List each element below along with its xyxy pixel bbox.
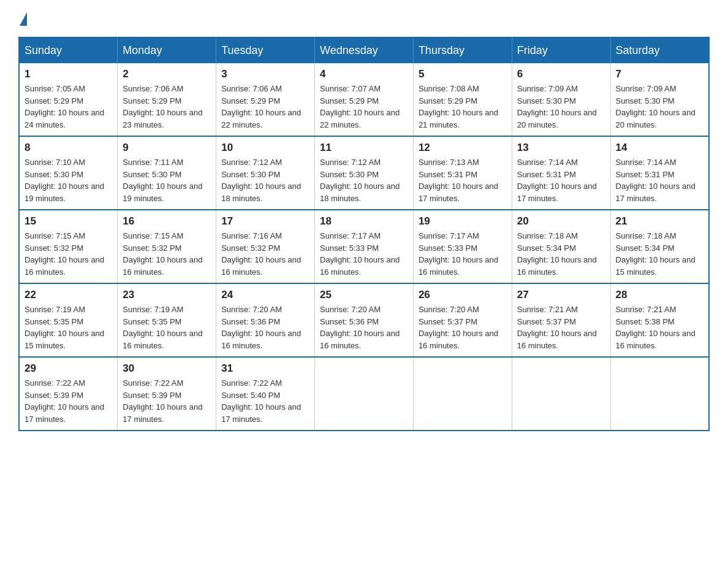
day-info: Sunrise: 7:13 AMSunset: 5:31 PMDaylight:… xyxy=(419,156,507,204)
day-info: Sunrise: 7:08 AMSunset: 5:29 PMDaylight:… xyxy=(419,83,507,131)
day-number: 15 xyxy=(25,215,112,228)
day-number: 14 xyxy=(616,142,703,154)
calendar-cell xyxy=(610,357,709,431)
day-info: Sunrise: 7:06 AMSunset: 5:29 PMDaylight:… xyxy=(123,83,211,131)
day-number: 6 xyxy=(517,68,605,80)
logo xyxy=(18,12,27,25)
calendar-cell: 28 Sunrise: 7:21 AMSunset: 5:38 PMDaylig… xyxy=(610,283,709,357)
day-info: Sunrise: 7:22 AMSunset: 5:39 PMDaylight:… xyxy=(25,377,112,425)
calendar-cell: 24 Sunrise: 7:20 AMSunset: 5:36 PMDaylig… xyxy=(216,283,315,357)
calendar-cell: 22 Sunrise: 7:19 AMSunset: 5:35 PMDaylig… xyxy=(19,283,118,357)
calendar-cell: 1 Sunrise: 7:05 AMSunset: 5:29 PMDayligh… xyxy=(19,63,118,136)
logo-triangle-icon xyxy=(20,12,27,26)
calendar-week-row: 15 Sunrise: 7:15 AMSunset: 5:32 PMDaylig… xyxy=(19,210,709,283)
day-info: Sunrise: 7:19 AMSunset: 5:35 PMDaylight:… xyxy=(25,304,112,351)
calendar-cell: 23 Sunrise: 7:19 AMSunset: 5:35 PMDaylig… xyxy=(118,283,216,357)
calendar-cell: 11 Sunrise: 7:12 AMSunset: 5:30 PMDaylig… xyxy=(315,136,414,210)
day-info: Sunrise: 7:21 AMSunset: 5:37 PMDaylight:… xyxy=(517,304,605,351)
day-number: 30 xyxy=(123,362,211,375)
day-number: 27 xyxy=(517,289,605,301)
calendar-cell: 15 Sunrise: 7:15 AMSunset: 5:32 PMDaylig… xyxy=(19,210,118,283)
day-number: 10 xyxy=(221,142,309,154)
day-number: 9 xyxy=(123,142,211,154)
calendar-cell xyxy=(512,357,610,431)
day-number: 18 xyxy=(320,215,408,228)
day-number: 22 xyxy=(25,289,112,301)
day-number: 26 xyxy=(419,289,507,301)
day-info: Sunrise: 7:18 AMSunset: 5:34 PMDaylight:… xyxy=(517,230,605,278)
day-number: 13 xyxy=(517,142,605,154)
calendar-cell: 18 Sunrise: 7:17 AMSunset: 5:33 PMDaylig… xyxy=(315,210,414,283)
calendar-week-row: 22 Sunrise: 7:19 AMSunset: 5:35 PMDaylig… xyxy=(19,283,709,357)
day-info: Sunrise: 7:20 AMSunset: 5:36 PMDaylight:… xyxy=(320,304,408,351)
day-info: Sunrise: 7:16 AMSunset: 5:32 PMDaylight:… xyxy=(221,230,309,278)
calendar-cell: 2 Sunrise: 7:06 AMSunset: 5:29 PMDayligh… xyxy=(118,63,216,136)
header-saturday: Saturday xyxy=(610,37,709,63)
day-number: 4 xyxy=(320,68,408,80)
day-info: Sunrise: 7:19 AMSunset: 5:35 PMDaylight:… xyxy=(123,304,211,351)
header-sunday: Sunday xyxy=(19,37,118,63)
calendar-cell: 19 Sunrise: 7:17 AMSunset: 5:33 PMDaylig… xyxy=(413,210,512,283)
day-info: Sunrise: 7:14 AMSunset: 5:31 PMDaylight:… xyxy=(616,156,703,204)
calendar-cell: 17 Sunrise: 7:16 AMSunset: 5:32 PMDaylig… xyxy=(216,210,315,283)
header-monday: Monday xyxy=(118,37,216,63)
calendar-cell: 21 Sunrise: 7:18 AMSunset: 5:34 PMDaylig… xyxy=(610,210,709,283)
day-info: Sunrise: 7:06 AMSunset: 5:29 PMDaylight:… xyxy=(221,83,309,131)
calendar-cell: 31 Sunrise: 7:22 AMSunset: 5:40 PMDaylig… xyxy=(216,357,315,431)
calendar-cell: 8 Sunrise: 7:10 AMSunset: 5:30 PMDayligh… xyxy=(19,136,118,210)
calendar-cell: 14 Sunrise: 7:14 AMSunset: 5:31 PMDaylig… xyxy=(610,136,709,210)
calendar-week-row: 8 Sunrise: 7:10 AMSunset: 5:30 PMDayligh… xyxy=(19,136,709,210)
calendar-cell: 26 Sunrise: 7:20 AMSunset: 5:37 PMDaylig… xyxy=(413,283,512,357)
calendar-cell: 3 Sunrise: 7:06 AMSunset: 5:29 PMDayligh… xyxy=(216,63,315,136)
calendar-cell: 5 Sunrise: 7:08 AMSunset: 5:29 PMDayligh… xyxy=(413,63,512,136)
calendar-cell: 10 Sunrise: 7:12 AMSunset: 5:30 PMDaylig… xyxy=(216,136,315,210)
day-number: 1 xyxy=(25,68,112,80)
day-info: Sunrise: 7:17 AMSunset: 5:33 PMDaylight:… xyxy=(320,230,408,278)
calendar-cell: 29 Sunrise: 7:22 AMSunset: 5:39 PMDaylig… xyxy=(19,357,118,431)
day-number: 21 xyxy=(616,215,703,228)
day-info: Sunrise: 7:15 AMSunset: 5:32 PMDaylight:… xyxy=(25,230,112,278)
day-info: Sunrise: 7:22 AMSunset: 5:40 PMDaylight:… xyxy=(221,377,309,425)
header-friday: Friday xyxy=(512,37,610,63)
day-number: 20 xyxy=(517,215,605,228)
day-info: Sunrise: 7:18 AMSunset: 5:34 PMDaylight:… xyxy=(616,230,703,278)
calendar-cell: 27 Sunrise: 7:21 AMSunset: 5:37 PMDaylig… xyxy=(512,283,610,357)
day-number: 24 xyxy=(221,289,309,301)
day-number: 19 xyxy=(419,215,507,228)
day-info: Sunrise: 7:05 AMSunset: 5:29 PMDaylight:… xyxy=(25,83,112,131)
day-info: Sunrise: 7:17 AMSunset: 5:33 PMDaylight:… xyxy=(419,230,507,278)
day-info: Sunrise: 7:07 AMSunset: 5:29 PMDaylight:… xyxy=(320,83,408,131)
header-wednesday: Wednesday xyxy=(315,37,414,63)
day-info: Sunrise: 7:15 AMSunset: 5:32 PMDaylight:… xyxy=(123,230,211,278)
day-info: Sunrise: 7:09 AMSunset: 5:30 PMDaylight:… xyxy=(517,83,605,131)
calendar-cell xyxy=(315,357,414,431)
day-info: Sunrise: 7:14 AMSunset: 5:31 PMDaylight:… xyxy=(517,156,605,204)
day-number: 16 xyxy=(123,215,211,228)
header-thursday: Thursday xyxy=(413,37,512,63)
header-tuesday: Tuesday xyxy=(216,37,315,63)
day-number: 31 xyxy=(221,362,309,375)
day-info: Sunrise: 7:11 AMSunset: 5:30 PMDaylight:… xyxy=(123,156,211,204)
calendar-header-row: SundayMondayTuesdayWednesdayThursdayFrid… xyxy=(19,37,709,63)
page-header xyxy=(18,12,710,25)
day-info: Sunrise: 7:20 AMSunset: 5:36 PMDaylight:… xyxy=(221,304,309,351)
day-number: 7 xyxy=(616,68,703,80)
day-number: 3 xyxy=(221,68,309,80)
calendar-week-row: 29 Sunrise: 7:22 AMSunset: 5:39 PMDaylig… xyxy=(19,357,709,431)
day-info: Sunrise: 7:21 AMSunset: 5:38 PMDaylight:… xyxy=(616,304,703,351)
calendar-cell: 30 Sunrise: 7:22 AMSunset: 5:39 PMDaylig… xyxy=(118,357,216,431)
day-info: Sunrise: 7:12 AMSunset: 5:30 PMDaylight:… xyxy=(320,156,408,204)
day-number: 25 xyxy=(320,289,408,301)
day-info: Sunrise: 7:09 AMSunset: 5:30 PMDaylight:… xyxy=(616,83,703,131)
calendar-cell: 16 Sunrise: 7:15 AMSunset: 5:32 PMDaylig… xyxy=(118,210,216,283)
day-info: Sunrise: 7:20 AMSunset: 5:37 PMDaylight:… xyxy=(419,304,507,351)
calendar-cell: 4 Sunrise: 7:07 AMSunset: 5:29 PMDayligh… xyxy=(315,63,414,136)
calendar-cell: 13 Sunrise: 7:14 AMSunset: 5:31 PMDaylig… xyxy=(512,136,610,210)
day-number: 2 xyxy=(123,68,211,80)
day-info: Sunrise: 7:12 AMSunset: 5:30 PMDaylight:… xyxy=(221,156,309,204)
calendar-cell xyxy=(413,357,512,431)
calendar-cell: 20 Sunrise: 7:18 AMSunset: 5:34 PMDaylig… xyxy=(512,210,610,283)
calendar-table: SundayMondayTuesdayWednesdayThursdayFrid… xyxy=(18,37,710,431)
day-number: 12 xyxy=(419,142,507,154)
day-number: 5 xyxy=(419,68,507,80)
